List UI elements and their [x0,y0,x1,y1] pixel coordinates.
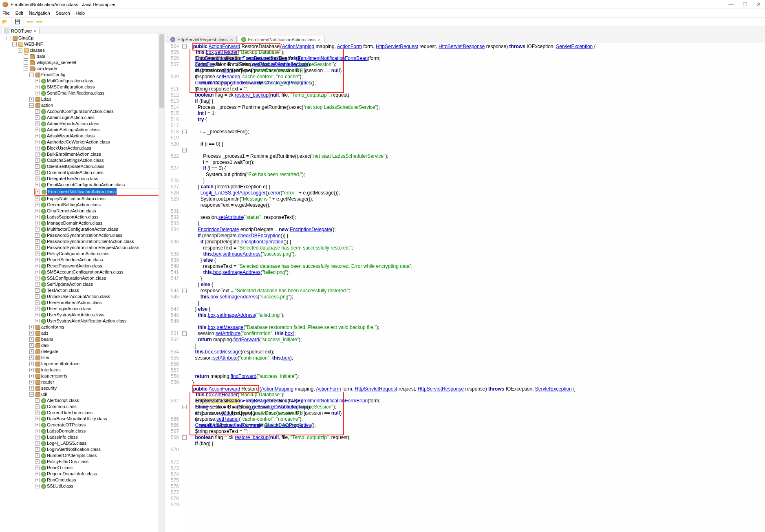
tree-class-item[interactable]: +Common.class [34,404,165,410]
minimize-button[interactable]: — [727,1,735,7]
tree-class-item[interactable]: +EmailAccountConfigurationAction.class [34,182,165,188]
tree-class-item[interactable]: +ClientSelfUpdateAction.class [34,163,165,170]
tree-class-item[interactable]: +ResetPasswordAction.class [34,263,165,269]
tree-class-item[interactable]: +SendEmailNotifications.class [34,90,165,96]
tree-class-item[interactable]: +PolicyConfigurationAction.class [34,251,165,257]
scrollbar-thumb[interactable] [159,34,164,108]
tree-package-item[interactable]: +delegate [29,349,165,355]
tree-class-item[interactable]: +RunCmd.class [34,477,165,483]
tree-class-item[interactable]: +LadssDomain.class [34,428,165,434]
fold-column[interactable] [181,43,187,532]
tree-class-item[interactable]: +LadssSupportAction.class [34,214,165,220]
tree-class-item[interactable]: +UserLoginAction.class [34,306,165,312]
tree-class-item[interactable]: +GenerateOTP.class [34,422,165,428]
tree-class-item[interactable]: +SSLUtil.class [34,483,165,489]
archive-tab[interactable]: ROOT.war ✕ [2,28,40,34]
tree-class-item[interactable]: +EnrollmentNotificationAction.class [35,188,164,195]
tree-package-item[interactable]: +security [29,385,165,391]
tree-item[interactable]: .wlsjsps.jsp_servelet [35,60,76,66]
close-icon[interactable]: ✕ [317,38,321,42]
tree-class-item[interactable]: +AccountConfigurationAction.class [34,108,165,115]
tree-class-item[interactable]: +UserSystrayAlertAction.class [34,312,165,318]
menu-search[interactable]: Search [56,11,70,15]
tree-class-item[interactable]: +MailConfiguration.class [34,78,165,84]
close-button[interactable]: ✕ [755,1,763,7]
tree-class-item[interactable]: +BulkEnrollmentAction.class [34,151,165,157]
tree-class-item[interactable]: +ExpiryNotificationAction.class [34,196,165,202]
tree-action[interactable]: action [41,102,53,108]
tree-class-item[interactable]: +ReportScheduleAction.class [34,257,165,263]
tree-class-item[interactable]: +UserSystrayAlertNotificationAction.clas… [34,318,165,324]
tree-class-item[interactable]: +GinaRemoteAction.class [34,208,165,214]
menu-file[interactable]: File [2,11,10,15]
tree-class-item[interactable]: +AuthorizeCoWorkerAction.class [34,139,165,145]
project-tree[interactable]: –GinaCp –WEB-INF –classes +.data +.wlsjs… [0,34,165,532]
tree-root[interactable]: GinaCp [18,35,33,41]
code-area[interactable]: 5045055065075095115125135145155165175185… [165,43,765,532]
tree-class-item[interactable]: +MultifactorConfigurationAction.class [34,226,165,232]
tree-class-item[interactable]: +UnlockUserAccountAction.class [34,294,165,300]
tree-class-item[interactable]: +RequireDomainInfo.class [34,471,165,477]
menu-navigation[interactable]: Navigation [29,11,50,15]
tree-ldap[interactable]: Ldap [41,96,51,102]
tree-package-item[interactable]: +beans [29,336,165,342]
class-icon [41,282,46,287]
open-file-icon[interactable]: 📂 [2,18,8,25]
maximize-button[interactable]: ☐ [741,1,749,7]
tree-class-item[interactable]: +AdssWizardAction.class [34,133,165,139]
nav-back-icon[interactable]: ⟸ [27,18,33,25]
tree-scrollbar[interactable] [159,34,165,532]
tree-class-item[interactable]: +CommonUpdateAction.class [34,170,165,176]
tree-package-item[interactable]: +actionforms [29,324,165,330]
tree-class-item[interactable]: +SMSAccountConfigurationAction.class [34,269,165,275]
tree-class-item[interactable]: +BlockUserAction.class [34,145,165,151]
tree-classes[interactable]: classes [30,47,45,53]
tree-class-item[interactable]: +AdminReportsAction.class [34,121,165,127]
source-code[interactable]: public ActionForward RestoreDatabase(Act… [187,43,596,532]
menu-help[interactable]: Help [76,11,85,15]
tree-class-item[interactable]: +Log4j_LADSS.class [34,440,165,446]
tree-class-item[interactable]: +SMSConfiguration.class [34,84,165,90]
tree-class-item[interactable]: +SelfUpdateAction.class [34,281,165,287]
tree-class-item[interactable]: +AdminSettingsAction.class [34,127,165,133]
tree-class-item[interactable]: +UserEnrollmentAction.class [34,300,165,306]
tree-class-item[interactable]: +AlertScript.class [34,397,165,404]
tree-emailconfig[interactable]: EmailConfig [41,72,65,78]
editor-tab-httpservlet[interactable]: HttpServletRequest.class ✕ [167,36,237,43]
save-icon[interactable]: 💾 [14,18,21,25]
tree-package-item[interactable]: +dao [29,342,165,349]
tree-class-item[interactable]: +CaptchaSettingsAction.class [34,157,165,163]
tree-class-item[interactable]: +SSLConfigurationAction.class [34,275,165,281]
tree-class-item[interactable]: +TestAction.class [34,287,165,294]
tree-class-item[interactable]: +PasswordSynchronizationAction.class [34,232,165,238]
tree-class-item[interactable]: +LadssInfo.class [34,434,165,440]
tree-class-item[interactable]: +NumberOfAttempts.class [34,453,165,459]
close-icon[interactable]: ✕ [230,38,233,42]
menu-edit[interactable]: Edit [15,11,23,15]
tree-class-item[interactable]: +ManageDomainAction.class [34,220,165,226]
tree-class-item[interactable]: +DataBaseMigrationUtility.class [34,416,165,422]
tree-class-item[interactable]: +GeneralSettingAction.class [34,202,165,208]
class-icon [41,447,46,452]
editor-tab-enrollment[interactable]: EnrollmentNotificationAction.class ✕ [238,36,325,43]
tree-package-item[interactable]: +jasperreports [29,373,165,379]
tree-item[interactable]: .data [35,53,45,60]
tree-class-item[interactable]: +ReadO.class [34,465,165,471]
tree-class-item[interactable]: +LoginAlertNotification.class [34,446,165,453]
tree-class-item[interactable]: +PasswordSynchronizationRequestAction.cl… [34,245,165,251]
tree-package-item[interactable]: +interfaces [29,367,165,373]
tree-item[interactable]: com.lepide [35,66,57,72]
close-icon[interactable]: ✕ [33,29,37,33]
tree-package-item[interactable]: +ads [29,330,165,336]
tree-webinf[interactable]: WEB-INF [24,41,43,47]
tree-package-item[interactable]: +ImplementInterface [29,361,165,367]
tree-class-item[interactable]: +PasswordSynchronizationClientAction.cla… [34,238,165,245]
tree-util[interactable]: util [41,391,47,397]
tree-class-item[interactable]: +AdminLoginAction.class [34,115,165,121]
tree-class-item[interactable]: +DelegateUserAction.class [34,176,165,182]
tree-package-item[interactable]: +filter [29,355,165,361]
tree-class-item[interactable]: +CurrentDateTime.class [34,410,165,416]
tree-package-item[interactable]: +reader [29,379,165,385]
tree-class-item[interactable]: +PolicyFilterOus.class [34,459,165,465]
nav-forward-icon[interactable]: ⟹ [36,18,42,25]
